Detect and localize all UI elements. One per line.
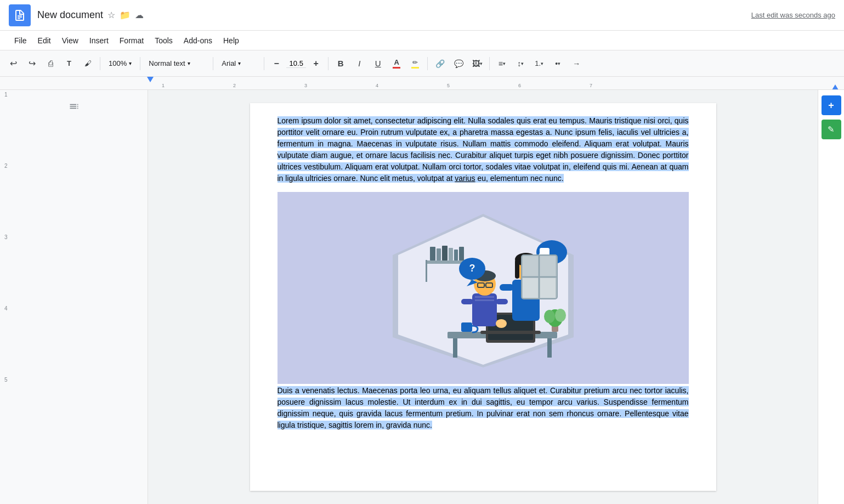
svg-rect-41	[500, 284, 514, 291]
bold-button[interactable]: B	[332, 55, 349, 72]
left-sidebar: 1 2 3 4 5	[0, 90, 148, 504]
link-button[interactable]: 🔗	[431, 55, 449, 72]
ruler-mark-7: 7	[590, 83, 592, 88]
svg-point-43	[496, 319, 507, 328]
svg-rect-9	[437, 248, 441, 261]
ruler-right-margin[interactable]	[832, 84, 839, 90]
menu-insert[interactable]: Insert	[84, 34, 114, 47]
font-arrow: ▾	[238, 60, 241, 66]
indent-button[interactable]: →	[568, 55, 585, 72]
text-color-icon: A	[393, 58, 400, 69]
spellcheck-button[interactable]: T	[60, 55, 78, 72]
redo-button[interactable]: ↪	[23, 55, 41, 72]
ruler-num-5: 5	[4, 376, 8, 447]
zoom-dropdown[interactable]: 100% ▾	[104, 55, 137, 72]
ruler-track: 1 2 3 4 5 6 7	[148, 77, 817, 89]
svg-point-23	[555, 309, 566, 322]
font-dropdown[interactable]: Arial ▾	[217, 55, 260, 72]
undo-button[interactable]: ↩	[4, 55, 22, 72]
svg-rect-55	[523, 256, 538, 276]
zoom-arrow: ▾	[129, 60, 132, 66]
menu-help[interactable]: Help	[218, 34, 245, 47]
svg-rect-56	[540, 256, 556, 276]
svg-rect-1	[18, 16, 22, 18]
main-area: 1 2 3 4 5 Lorem ipsum dolor sit amet, co…	[0, 90, 844, 504]
align-button[interactable]: ≡ ▾	[493, 55, 511, 72]
paragraph-1-text: Lorem ipsum dolor sit amet, consectetur …	[277, 116, 689, 183]
font-size-display[interactable]: 10.5	[286, 59, 306, 68]
svg-rect-24	[461, 322, 472, 332]
menu-bar: File Edit View Insert Format Tools Add-o…	[0, 31, 844, 50]
svg-text:?: ?	[469, 263, 475, 274]
comment-button[interactable]: 💬	[450, 55, 467, 72]
print-button[interactable]: ⎙	[42, 55, 59, 72]
italic-button[interactable]: I	[350, 55, 368, 72]
line-spacing-icon: ↕	[517, 59, 521, 68]
vertical-ruler: 1 2 3 4 5	[4, 90, 8, 447]
svg-rect-0	[18, 15, 22, 16]
outline-toggle[interactable]	[69, 101, 80, 115]
numbered-list-button[interactable]: 1. ▾	[530, 55, 548, 72]
paint-format-button[interactable]: 🖌	[79, 55, 97, 72]
menu-view[interactable]: View	[56, 34, 84, 47]
menu-addons[interactable]: Add-ons	[178, 34, 218, 47]
office-illustration: ? ?	[365, 203, 601, 373]
svg-rect-10	[442, 246, 448, 261]
separator-3	[213, 57, 213, 70]
image-button[interactable]: 🖼 ▾	[468, 55, 486, 72]
svg-rect-33	[461, 299, 473, 304]
svg-rect-8	[430, 247, 435, 261]
star-icon[interactable]: ☆	[107, 10, 115, 20]
cloud-icon[interactable]: ☁	[135, 10, 144, 20]
svg-rect-16	[547, 338, 552, 358]
image-icon: 🖼	[472, 59, 480, 68]
image-dropdown-arrow: ▾	[480, 61, 483, 66]
svg-rect-15	[453, 338, 457, 358]
paragraph-1[interactable]: Lorem ipsum dolor sit amet, consectetur …	[277, 114, 689, 185]
menu-format[interactable]: Format	[114, 34, 149, 47]
text-color-button[interactable]: A	[388, 55, 405, 72]
title-bar: New document ☆ 📁 ☁ Last edit was seconds…	[0, 0, 844, 31]
highlight-button[interactable]: ✏	[406, 55, 424, 72]
menu-tools[interactable]: Tools	[149, 34, 178, 47]
document-image[interactable]: ? ?	[277, 192, 689, 384]
paragraph-2-text: Duis a venenatis lectus. Maecenas porta …	[277, 386, 689, 429]
last-edit-label: Last edit was seconds ago	[751, 11, 835, 19]
spacing-arrow: ▾	[521, 61, 524, 66]
svg-rect-6	[426, 260, 427, 282]
ruler-num-1: 1	[4, 90, 8, 162]
zoom-value: 100%	[109, 59, 127, 67]
svg-rect-2	[18, 18, 20, 19]
app-logo	[9, 4, 31, 26]
ruler-mark-2: 2	[233, 83, 236, 88]
separator-4	[264, 57, 264, 70]
underline-button[interactable]: U	[369, 55, 387, 72]
toolbar: ↩ ↪ ⎙ T 🖌 100% ▾ Normal text ▾ Arial ▾ −…	[0, 50, 844, 77]
font-size-increase[interactable]: +	[307, 55, 325, 72]
font-size-decrease[interactable]: −	[268, 55, 285, 72]
ruler: 1 2 3 4 5 6 7	[0, 77, 844, 90]
ruler-mark-6: 6	[518, 83, 521, 88]
svg-rect-27	[475, 299, 494, 301]
doc-title[interactable]: New document	[37, 9, 103, 21]
menu-edit[interactable]: Edit	[32, 34, 56, 47]
ruler-mark-3: 3	[304, 83, 307, 88]
svg-rect-19	[480, 331, 541, 334]
svg-rect-34	[496, 299, 508, 304]
page-content: Lorem ipsum dolor sit amet, consectetur …	[250, 114, 716, 442]
line-spacing-button[interactable]: ↕ ▾	[512, 55, 529, 72]
bookmark-button[interactable]: +	[822, 95, 841, 115]
separator-7	[489, 57, 490, 70]
text-style-dropdown[interactable]: Normal text ▾	[144, 55, 209, 72]
document-area[interactable]: Lorem ipsum dolor sit amet, consectetur …	[148, 90, 818, 504]
paragraph-2[interactable]: Duis a venenatis lectus. Maecenas porta …	[277, 384, 689, 442]
folder-icon[interactable]: 📁	[120, 10, 131, 20]
ruler-num-2: 2	[4, 162, 8, 233]
ruler-num-3: 3	[4, 233, 8, 304]
ruler-mark-1: 1	[162, 83, 165, 88]
right-panel: + ✎	[818, 90, 844, 504]
edit-comment-button[interactable]: ✎	[822, 120, 841, 139]
font-label: Arial	[222, 59, 236, 67]
menu-file[interactable]: File	[9, 34, 32, 47]
bulleted-list-button[interactable]: • ▾	[549, 55, 567, 72]
